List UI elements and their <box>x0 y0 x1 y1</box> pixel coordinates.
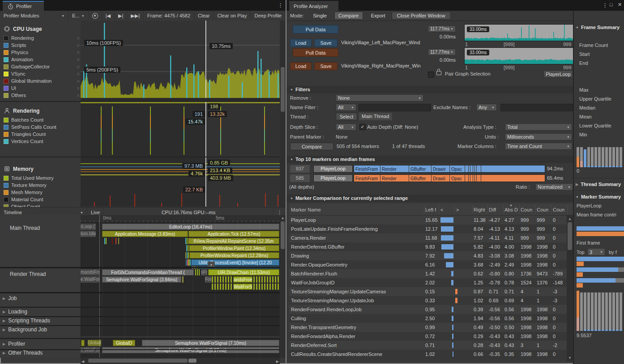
legend-item[interactable]: Total Used Memory <box>4 175 82 181</box>
cpu-usage-chart[interactable]: 10ms (100FPS) 5ms (200FPS) 10.75ms 4.51m… <box>81 21 280 101</box>
timeline-span[interactable]: Application.Tick (12.57ms) <box>188 231 279 237</box>
exclude-names-input[interactable] <box>500 104 573 111</box>
selected-marker-chip[interactable]: PlayerLoop <box>543 70 573 78</box>
legend-item[interactable]: Others≡ <box>4 93 82 98</box>
prev-frame-button[interactable]: |◀ <box>102 11 115 21</box>
pair-graph-selection-checkbox[interactable] <box>428 72 434 78</box>
timeline-span[interactable]: ProfilerWindow.Paint (12.34ms) <box>189 245 279 251</box>
range-dropdown[interactable]: 117.77ms▼ <box>428 49 456 55</box>
top-n-dropdown[interactable]: 3▼ <box>587 248 605 256</box>
timeline-span[interactable]: Application.Message (3.83ms) <box>102 231 188 237</box>
load-button[interactable]: Load <box>290 62 312 70</box>
table-row[interactable]: Culling2.501.94-0.560.56199819980 <box>289 314 567 323</box>
comparison-table-header[interactable]: Marker NameLeft f<>RightDiffAbs DCounCou… <box>289 203 573 216</box>
timeline-tick[interactable] <box>112 238 113 244</box>
module-header-memory[interactable]: Memory <box>4 165 34 172</box>
legend-item[interactable]: Vertices Count <box>4 139 82 144</box>
timeline-span[interactable]: ProfilerWindow.Repaint (12.28ms) <box>189 252 279 258</box>
table-row[interactable]: RenderForward.RenderLoopJob0.950.39-0.56… <box>289 305 567 314</box>
table-row[interactable]: Render.TransparentGeometry0.990.49-0.500… <box>289 323 567 332</box>
filters-section-header[interactable]: ▼Filters <box>290 87 310 92</box>
range-dropdown[interactable]: 117.77ms▼ <box>428 25 456 32</box>
timeline-tick[interactable] <box>195 269 196 275</box>
table-row[interactable]: Camera.Render11.687.57-4.114.119999990 <box>289 233 567 242</box>
thread-label-job[interactable]: ▶Job <box>3 295 17 301</box>
ratio-dropdown[interactable]: Normalized▼ <box>535 183 573 190</box>
module-header-cpu-usage[interactable]: CPU Usage <box>4 25 42 32</box>
comparison-table[interactable]: PlayerLoop15.6511.38-4.274.279999990Post… <box>289 216 567 361</box>
mode-compare-button[interactable]: Compare <box>334 12 363 20</box>
timeline-span[interactable]: Semaphore.WaitForSignal (7.10ms) <box>142 340 279 346</box>
exclude-mode-dropdown[interactable]: Any▼ <box>476 104 497 111</box>
timeline-tick[interactable] <box>253 284 279 290</box>
legend-item[interactable]: GarbageCollector≡ <box>4 64 82 69</box>
profiler-menu-icon[interactable]: ⋮ <box>278 2 283 8</box>
name-filter-input[interactable] <box>359 104 431 111</box>
legend-item[interactable]: Material Count <box>4 197 82 202</box>
timeline-hscrollbar[interactable]: ◀ ▶ <box>81 358 280 364</box>
timeline-span[interactable]: For <box>205 276 211 283</box>
timeline-tick[interactable] <box>115 238 116 244</box>
marker-summary-header[interactable]: ▼Marker Summary <box>576 194 621 199</box>
timeline-span[interactable]: UIR.DrawChain (11.53ms) <box>208 269 279 275</box>
frame-range-graph[interactable]: 33.00ms <box>464 47 574 64</box>
marker-columns-dropdown[interactable]: Time and Count▼ <box>505 143 572 150</box>
top10-marker-button[interactable]: PlayerLoop <box>313 174 353 182</box>
top10-marker-button[interactable]: PlayerLoop <box>313 165 353 173</box>
timeline-span[interactable]: ForGfxCommandsFromMainThread ( <box>102 269 194 275</box>
top10-frame-index[interactable]: 937 <box>290 165 310 173</box>
charts-scrollbar[interactable] <box>280 21 286 207</box>
table-row[interactable]: TextureStreamingManager.UpdateJob0.331.0… <box>289 296 567 305</box>
thread-label-background-job[interactable]: ▶Background Job <box>3 326 47 333</box>
timeline-span[interactable]: Utility.ProcessEvent() [Invoke] (12.20 <box>191 259 279 266</box>
column-header[interactable]: Right <box>474 205 485 214</box>
timeline-scrollbar[interactable]: ▲ <box>280 215 286 358</box>
drag-handle-icon[interactable]: ≡ <box>77 71 80 76</box>
legend-item[interactable]: Mesh Memory <box>4 190 82 195</box>
clear-on-play-button[interactable]: Clear on Play <box>214 11 251 21</box>
top10-bar[interactable]: FinishFramRenderGBufferDrawiiOpac <box>354 174 545 182</box>
thread-label-scripting-threads[interactable]: ▶Scripting Threads <box>3 317 50 324</box>
timeline-span[interactable]: WaitForSig <box>233 284 252 290</box>
timeline-span[interactable]: EditorLoop (16.47ms) <box>102 224 279 230</box>
comparison-scrollbar[interactable]: ▲ ▼ <box>567 216 573 361</box>
top10-bar[interactable]: FinishFramRenderGBufferDrawirOpac <box>354 165 545 173</box>
tab-profiler[interactable]: Profiler <box>3 1 44 11</box>
analysis-type-dropdown[interactable]: Total▼ <box>505 123 572 131</box>
last-frame-button[interactable]: ▶▶| <box>127 11 144 21</box>
timeline-tick[interactable] <box>188 252 189 258</box>
legend-item[interactable]: Scripts≡ <box>4 42 82 48</box>
export-button[interactable]: Export <box>367 12 390 20</box>
save-button[interactable]: Save <box>314 62 338 70</box>
table-row[interactable]: Render.OpaqueGeometry6.163.68-2.492.4919… <box>289 260 567 269</box>
charts-scrollbar-thumb[interactable] <box>281 67 285 112</box>
table-row[interactable]: RenderDeferred.GBuffer9.835.82-4.004.001… <box>289 242 567 251</box>
column-header[interactable]: Diff <box>489 205 496 214</box>
mode-single-button[interactable]: Single <box>308 12 333 20</box>
timeline-tick[interactable] <box>186 259 187 266</box>
thread-label-profiler[interactable]: ▶Profiler <box>3 341 25 347</box>
legend-item[interactable]: VSync≡ <box>4 71 82 76</box>
auto-depth-checkbox[interactable]: ✓ <box>359 124 366 130</box>
save-button[interactable]: Save <box>314 39 338 47</box>
timeline-area[interactable]: Main ThreadRender Thread▶Job▶Loading▶Scr… <box>0 215 286 358</box>
clear-button[interactable]: Clear <box>194 11 214 21</box>
frame-range-graph[interactable]: 33.00ms <box>464 24 574 41</box>
table-row[interactable]: RenderForwardAlpha.Render0.720.29-0.430.… <box>289 332 567 341</box>
column-header[interactable]: Marker Name <box>291 205 321 214</box>
column-header[interactable]: > <box>456 205 459 214</box>
drag-handle-icon[interactable]: ≡ <box>77 78 80 84</box>
table-row[interactable]: BatchRenderer.Flush1.420.62-0.800.801736… <box>289 269 567 278</box>
legend-item[interactable]: Batches Count <box>4 117 82 123</box>
memory-chart[interactable]: 97.3 MB4.76k22.7 KB0.85 GB213.4 KB403.9 … <box>81 157 280 207</box>
close-icon[interactable]: ✕ <box>618 2 622 8</box>
table-row[interactable]: WaitForJobGroupID2.021.25-0.780.78152413… <box>289 278 567 287</box>
timeline-span[interactable]: rLoop (1.6 <box>81 224 96 230</box>
legend-item[interactable]: UI≡ <box>4 85 82 91</box>
timeline-tick[interactable] <box>104 238 105 244</box>
thread-select-button[interactable]: Select <box>336 113 357 120</box>
drag-handle-icon[interactable]: ≡ <box>77 93 80 98</box>
timeline-tick[interactable] <box>118 238 119 244</box>
legend-item[interactable]: SetPass Calls Count <box>4 124 82 130</box>
legend-item[interactable]: Animation≡ <box>4 57 82 62</box>
